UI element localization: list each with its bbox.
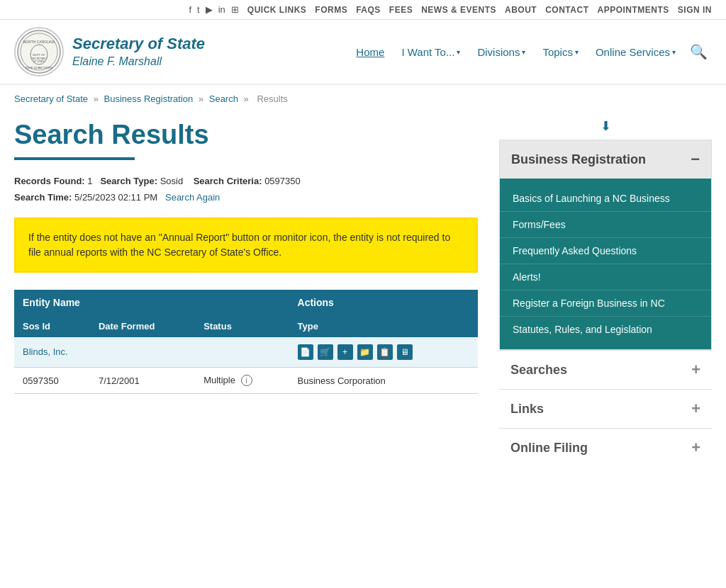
search-again-link[interactable]: Search Again xyxy=(165,192,220,203)
main-navigation: Home I Want To... ▾ Divisions ▾ Topics ▾… xyxy=(205,39,712,64)
expand-icon: + xyxy=(691,400,700,418)
utility-links: QUICK LINKS FORMS FAQS FEES NEWS & EVENT… xyxy=(247,5,712,15)
breadcrumb-sep-2: » xyxy=(199,94,206,104)
chevron-down-icon: ▾ xyxy=(457,48,460,56)
links-label: Links xyxy=(510,402,544,417)
sidebar-section-title: Business Registration xyxy=(511,152,646,167)
sidebar-link-faq[interactable]: Frequently Asked Questions xyxy=(500,238,711,264)
monitor-icon[interactable]: 🖥 xyxy=(397,344,413,360)
collapse-icon[interactable]: − xyxy=(691,150,700,169)
business-registration-section: Business Registration − Basics of Launch… xyxy=(499,140,712,350)
sos-id-header: Sos Id xyxy=(14,315,90,337)
linkedin-icon[interactable]: in xyxy=(218,4,225,15)
svg-text:DEPT OF: DEPT OF xyxy=(33,53,45,57)
nav-i-want-to[interactable]: I Want To... ▾ xyxy=(394,42,467,62)
page-title: Search Results xyxy=(14,120,478,150)
type-header: Type xyxy=(289,315,478,337)
entity-name-cell: Blinds, Inc. xyxy=(14,337,289,368)
actions-header: Actions xyxy=(289,290,478,315)
appointments-link[interactable]: APPOINTMENTS xyxy=(597,5,669,15)
date-formed-cell: 7/12/2001 xyxy=(90,367,195,394)
searches-label: Searches xyxy=(510,363,567,378)
news-events-link[interactable]: NEWS & EVENTS xyxy=(421,5,496,15)
sign-in-link[interactable]: SIGN IN xyxy=(678,5,712,15)
status-cell: Multiple i xyxy=(195,367,289,394)
sidebar-link-alerts[interactable]: Alerts! xyxy=(500,264,711,290)
add-icon[interactable]: + xyxy=(337,344,353,360)
nav-online-services[interactable]: Online Services ▾ xyxy=(588,42,683,62)
nav-home[interactable]: Home xyxy=(349,42,391,62)
search-time-label: Search Time: xyxy=(14,192,72,203)
actions-cell: 📄 🛒 + 📁 📋 🖥 xyxy=(289,337,478,368)
sos-id-cell: 0597350 xyxy=(14,367,90,394)
sidebar-links: Basics of Launching a NC Business Forms/… xyxy=(500,179,711,349)
org-title: Secretary of State xyxy=(72,34,205,55)
records-found-label: Records Found: xyxy=(14,176,85,186)
sidebar-link-foreign[interactable]: Register a Foreign Business in NC xyxy=(500,290,711,317)
chevron-down-icon: ▾ xyxy=(575,48,579,56)
svg-text:OF STATE: OF STATE xyxy=(33,60,45,63)
info-icon[interactable]: i xyxy=(241,375,252,386)
folder-icon[interactable]: 📁 xyxy=(357,344,373,360)
annual-report-notice: If the entity does not have an "Annual R… xyxy=(14,217,478,273)
social-icons: f t ▶ in ⊞ xyxy=(189,4,238,15)
nav-topics[interactable]: Topics ▾ xyxy=(535,42,586,62)
about-link[interactable]: ABOUT xyxy=(505,5,537,15)
heading-underline xyxy=(14,157,135,160)
top-utility-bar: f t ▶ in ⊞ QUICK LINKS FORMS FAQS FEES N… xyxy=(0,0,726,20)
table-row: Blinds, Inc. 📄 🛒 + 📁 📋 🖥 xyxy=(14,337,478,368)
status-header: Status xyxy=(195,315,289,337)
entity-name-link[interactable]: Blinds, Inc. xyxy=(23,346,68,357)
nav-divisions[interactable]: Divisions ▾ xyxy=(470,42,532,62)
svg-text:NORTH CAROLINA: NORTH CAROLINA xyxy=(23,40,55,44)
document-icon[interactable]: 📋 xyxy=(377,344,393,360)
online-filing-label: Online Filing xyxy=(510,441,588,456)
view-icon[interactable]: 📄 xyxy=(298,344,313,360)
site-header: NORTH CAROLINA DEPT OF SECRETARY OF STAT… xyxy=(0,20,726,85)
sidebar-section-header: Business Registration − xyxy=(500,140,711,179)
chevron-down-icon: ▾ xyxy=(522,48,525,56)
type-cell: Business Corporation xyxy=(289,367,478,394)
logo-text: Secretary of State Elaine F. Marshall xyxy=(72,34,205,69)
search-type-value: Sosid xyxy=(160,176,184,186)
action-icons: 📄 🛒 + 📁 📋 🖥 xyxy=(298,344,469,360)
main-container: Search Results Records Found: 1 Search T… xyxy=(0,113,726,488)
table-header-row-1: Entity Name Actions xyxy=(14,290,478,315)
breadcrumb-business-reg[interactable]: Business Registration xyxy=(104,94,194,104)
cart-icon[interactable]: 🛒 xyxy=(318,344,333,360)
records-found-value: 1 xyxy=(87,176,92,186)
expand-icon: + xyxy=(691,361,700,379)
sidebar-link-statutes[interactable]: Statutes, Rules, and Legislation xyxy=(500,317,711,342)
org-subtitle: Elaine F. Marshall xyxy=(72,55,205,69)
forms-link[interactable]: FORMS xyxy=(315,5,347,15)
search-metadata: Records Found: 1 Search Type: Sosid Sear… xyxy=(14,173,478,206)
svg-text:ESSE QUAM VIDERI: ESSE QUAM VIDERI xyxy=(26,66,52,69)
table-header-row-2: Sos Id Date Formed Status Type xyxy=(14,315,478,337)
sidebar-link-forms[interactable]: Forms/Fees xyxy=(500,212,711,238)
fees-link[interactable]: FEES xyxy=(389,5,413,15)
breadcrumb-results: Results xyxy=(257,94,287,104)
faqs-link[interactable]: FAQS xyxy=(356,5,381,15)
sidebar-link-basics[interactable]: Basics of Launching a NC Business xyxy=(500,186,711,212)
rss-icon[interactable]: ⊞ xyxy=(231,4,239,15)
breadcrumb-sep-1: » xyxy=(94,94,101,104)
online-filing-collapsible[interactable]: Online Filing + xyxy=(499,428,712,467)
quick-links-link[interactable]: QUICK LINKS xyxy=(247,5,307,15)
breadcrumb-sos[interactable]: Secretary of State xyxy=(14,94,88,104)
contact-link[interactable]: CONTACT xyxy=(545,5,588,15)
sidebar: ⬇ Business Registration − Basics of Laun… xyxy=(499,113,712,467)
state-seal: NORTH CAROLINA DEPT OF SECRETARY OF STAT… xyxy=(14,27,64,77)
youtube-icon[interactable]: ▶ xyxy=(206,4,213,15)
results-table: Entity Name Actions Sos Id Date Formed S… xyxy=(14,290,478,395)
download-icon[interactable]: ⬇ xyxy=(499,113,712,140)
twitter-icon[interactable]: t xyxy=(197,4,200,15)
search-icon[interactable]: 🔍 xyxy=(686,39,712,64)
table-row: 0597350 7/12/2001 Multiple i Business Co… xyxy=(14,367,478,394)
breadcrumb: Secretary of State » Business Registrati… xyxy=(0,85,726,113)
links-collapsible[interactable]: Links + xyxy=(499,389,712,428)
facebook-icon[interactable]: f xyxy=(189,4,191,15)
breadcrumb-search[interactable]: Search xyxy=(209,94,238,104)
date-formed-header: Date Formed xyxy=(90,315,195,337)
searches-collapsible[interactable]: Searches + xyxy=(499,350,712,389)
content-area: Search Results Records Found: 1 Search T… xyxy=(14,113,478,467)
